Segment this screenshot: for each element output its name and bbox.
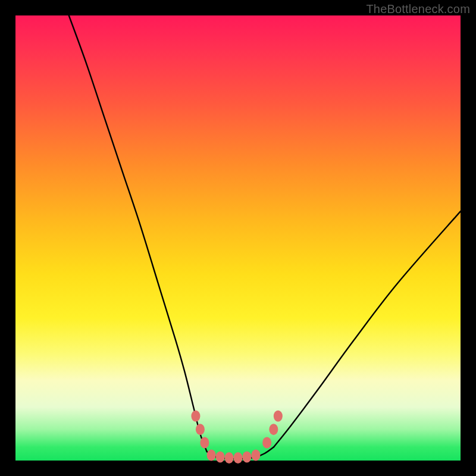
valley-marker-dot (262, 437, 271, 449)
valley-marker-dot (200, 437, 209, 449)
valley-marker-dot (216, 452, 225, 463)
valley-markers (191, 411, 282, 464)
chart-svg (15, 15, 461, 461)
valley-marker-dot (242, 452, 251, 463)
valley-marker-dot (269, 424, 278, 435)
valley-marker-dot (225, 452, 234, 464)
curve-right-branch (274, 211, 461, 447)
curve-left-branch (69, 15, 207, 452)
valley-marker-dot (274, 411, 283, 422)
valley-marker-dot (191, 411, 200, 422)
bottleneck-curve (69, 15, 461, 459)
valley-marker-dot (234, 452, 243, 464)
watermark-text: TheBottleneck.com (366, 2, 470, 16)
valley-marker-dot (251, 450, 260, 461)
valley-marker-dot (207, 450, 216, 461)
outer-frame: TheBottleneck.com (0, 0, 476, 476)
valley-marker-dot (196, 424, 205, 435)
